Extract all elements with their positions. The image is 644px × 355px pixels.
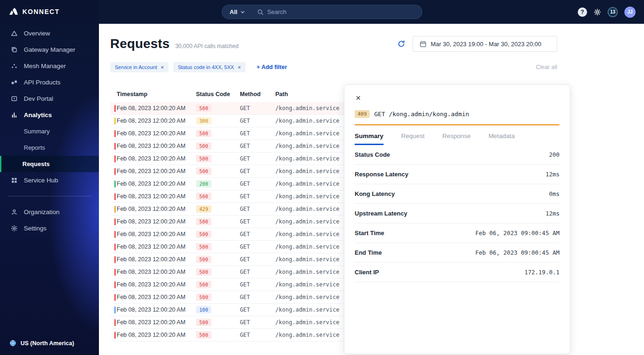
avatar[interactable]: JJ [624,7,636,18]
sidebar-item-api-products[interactable]: API Products [0,74,99,90]
field-label: Response Latency [355,171,408,178]
page-subtitle: 30,000 API calls matched [175,43,238,49]
status-indicator-bar [114,256,116,263]
status-code-badge: 100 [196,306,211,313]
close-icon[interactable]: × [355,92,362,103]
cell-timestamp: Feb 08, 2023 12:00:20 AM [117,306,196,313]
cell-status: 100 [196,306,240,313]
sidebar-item-label: Analytics [24,111,52,118]
cell-timestamp: Feb 08, 2023 12:00:20 AM [117,231,196,237]
remove-filter-icon[interactable]: × [238,64,240,70]
sidebar-item-reports[interactable]: Reports [0,139,99,156]
global-search[interactable]: All Search [222,5,422,19]
cell-method: GET [240,281,275,288]
field-value: 200 [549,151,560,158]
cell-method: GET [240,130,275,137]
field-label: Client IP [355,269,379,276]
page-header: Requests 30,000 API calls matched Mar 30… [110,36,557,52]
status-indicator-bar [114,269,116,276]
cell-status: 500 [196,193,240,200]
refresh-icon[interactable] [398,40,405,48]
tab-summary[interactable]: Summary [355,132,384,145]
status-code-badge: 500 [196,230,211,238]
cell-status: 500 [196,130,240,137]
status-indicator-bar [114,294,116,301]
tab-request[interactable]: Request [401,132,425,145]
cell-method: GET [240,143,275,149]
status-indicator-bar [114,168,116,175]
sidebar-item-label: Settings [24,225,47,232]
cell-status: 300 [196,117,240,125]
sidebar-item-requests[interactable]: Requests [0,156,99,172]
cell-timestamp: Feb 08, 2023 12:00:20 AM [117,332,196,338]
clear-all-button[interactable]: Clear all [536,64,557,70]
sidebar-item-service-hub[interactable]: Service Hub [0,172,99,188]
field-label: Kong Latency [355,190,395,197]
status-indicator-bar [114,105,116,112]
cell-timestamp: Feb 08, 2023 12:00:20 AM [117,294,196,300]
cell-method: GET [240,294,275,300]
sidebar-item-mesh-manager[interactable]: Mesh Manager [0,58,99,74]
sidebar-item-label: Overview [24,30,50,37]
cell-timestamp: Feb 08, 2023 12:00:20 AM [117,218,196,225]
cell-method: GET [240,256,275,263]
status-code-badge: 500 [196,155,211,162]
filter-chip-status-code-in-4xx-5xx[interactable]: Status code in 4XX, 5XX× [173,62,245,72]
sidebar-item-summary[interactable]: Summary [0,123,99,139]
request-summary-line: 409 GET /kong.admin/kong.admin [355,110,560,118]
cell-status: 500 [196,218,240,225]
status-code-badge: 500 [196,331,211,339]
cell-method: GET [240,181,275,187]
status-indicator-bar [114,218,116,225]
status-indicator-bar [114,231,116,238]
sidebar-item-gateway-manager[interactable]: Gateway Manager [0,42,99,58]
org-icon [11,209,18,216]
cell-method: GET [240,332,275,338]
cell-status: 500 [196,281,240,288]
filter-chip-service-in-account[interactable]: Service in Account× [110,62,168,72]
status-indicator-bar [114,332,116,339]
search-scope-dropdown[interactable]: All [230,8,245,15]
mesh-icon [11,63,18,70]
sidebar-item-settings[interactable]: Settings [0,220,99,237]
sidebar-item-organization[interactable]: Organization [0,204,99,220]
region-selector[interactable]: US (North America) [0,336,99,350]
date-range-picker[interactable]: Mar 30, 2023 19:00 - Mar 30, 2023 20:00 [413,36,557,52]
sidebar-item-label: Summary [24,128,50,135]
tab-response[interactable]: Response [442,132,471,145]
api-icon [11,79,18,86]
cell-method: GET [240,231,275,237]
help-icon[interactable]: ? [578,7,587,17]
cell-method: GET [240,269,275,275]
calendar-icon [420,41,427,48]
cell-timestamp: Feb 08, 2023 12:00:20 AM [117,181,196,187]
cell-timestamp: Feb 08, 2023 12:00:20 AM [117,193,196,200]
status-indicator-bar [114,306,116,313]
sidebar-item-analytics[interactable]: Analytics [0,107,99,123]
field-value: 172.19.0.1 [525,269,560,276]
sidebar: KONNECT OverviewGateway ManagerMesh Mana… [0,0,99,355]
gear-icon[interactable] [594,8,601,16]
cell-status: 500 [196,331,240,339]
column-header-status-code: Status Code [196,91,240,97]
request-detail-panel: × 409 GET /kong.admin/kong.admin Summary… [344,84,570,354]
sidebar-item-dev-portal[interactable]: Dev Portal [0,90,99,107]
status-badge: 409 [355,110,370,118]
add-filter-button[interactable]: + Add filter [257,64,287,70]
filter-bar: Service in Account×Status code in 4XX, 5… [110,62,557,72]
field-value: 12ms [546,210,560,217]
sidebar-nav: OverviewGateway ManagerMesh ManagerAPI P… [0,25,99,237]
remove-filter-icon[interactable]: × [161,64,164,70]
search-icon [257,9,264,15]
detail-field-kong-latency: Kong Latency0ms [355,184,560,204]
cell-status: 500 [196,167,240,175]
status-code-badge: 500 [196,268,211,276]
brand-logo[interactable]: KONNECT [0,0,99,22]
tab-metadata[interactable]: Metadata [489,132,515,145]
notifications-badge[interactable]: 13 [608,7,618,17]
field-label: Status Code [355,151,390,158]
cell-timestamp: Feb 08, 2023 12:00:20 AM [117,319,196,326]
cell-timestamp: Feb 08, 2023 12:00:20 AM [117,206,196,212]
sidebar-item-overview[interactable]: Overview [0,25,99,42]
sidebar-item-label: Organization [24,209,60,216]
